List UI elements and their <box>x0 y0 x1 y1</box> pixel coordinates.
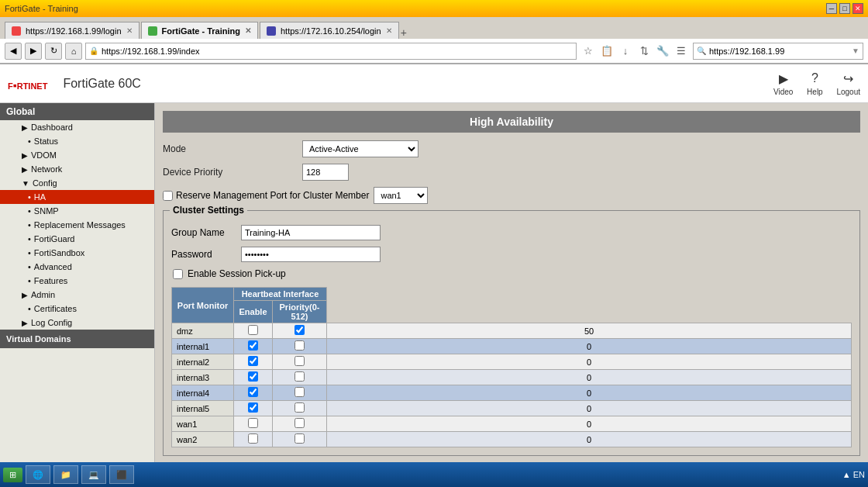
sidebar-item-fortiguard[interactable]: • FortiGuard <box>0 232 154 246</box>
sidebar-item-vdom[interactable]: ▶ VDOM <box>0 148 154 162</box>
tray-time: ▲ EN <box>842 470 865 479</box>
minimize-button[interactable]: ─ <box>826 3 837 14</box>
row-wan1-enable[interactable] <box>273 416 327 432</box>
sidebar-item-replacement-messages[interactable]: • Replacement Messages <box>0 218 154 232</box>
virtual-domains-label: Virtual Domains <box>6 334 71 344</box>
sync-icon[interactable]: ⇅ <box>636 43 653 60</box>
checkbox-port-monitor-internal1[interactable] <box>248 340 258 351</box>
extensions-icon[interactable]: 🔧 <box>654 43 671 60</box>
checkbox-port-monitor-internal3[interactable] <box>248 371 258 382</box>
sidebar-item-admin[interactable]: ▶ Admin <box>0 288 154 302</box>
checkbox-port-monitor-internal2[interactable] <box>248 356 258 366</box>
mode-select[interactable]: Active-Active Active-Passive Standalone <box>302 140 418 157</box>
video-action[interactable]: ▶ Video <box>773 71 793 96</box>
start-button[interactable]: ⊞ <box>3 468 22 482</box>
group-name-input[interactable] <box>241 225 381 240</box>
checkbox-port-monitor-dmz[interactable] <box>248 325 258 335</box>
tab-1-close[interactable]: ✕ <box>126 26 133 35</box>
sidebar-adv-label: Advanced <box>34 262 72 271</box>
home-button[interactable]: ⌂ <box>65 43 82 60</box>
taskbar-folder-icon[interactable]: 📁 <box>53 465 78 484</box>
device-priority-input[interactable]: 128 <box>302 164 349 181</box>
sidebar-item-features[interactable]: • Features <box>0 274 154 288</box>
row-internal4-port-monitor[interactable] <box>234 385 273 401</box>
row-internal1-enable[interactable] <box>273 339 327 354</box>
checkbox-port-monitor-wan1[interactable] <box>248 418 258 428</box>
row-internal2-label: internal2 <box>172 354 234 370</box>
cert-bullet: • <box>28 304 31 313</box>
reload-button[interactable]: ↻ <box>45 43 62 60</box>
table-row: internal40 <box>172 385 852 401</box>
sidebar-global-section[interactable]: Global <box>0 103 154 120</box>
reserve-mgmt-port-select[interactable]: wan1 wan2 <box>374 187 428 204</box>
row-dmz-port-monitor[interactable] <box>234 323 273 339</box>
sidebar-item-status[interactable]: • Status <box>0 134 154 148</box>
checkbox-port-monitor-internal5[interactable] <box>248 402 258 413</box>
back-button[interactable]: ◀ <box>5 43 22 60</box>
taskbar-browser-icon[interactable]: 🌐 <box>26 465 50 484</box>
row-internal3-port-monitor[interactable] <box>234 370 273 385</box>
new-tab-button[interactable]: + <box>401 26 407 39</box>
row-internal3-enable[interactable] <box>273 370 327 385</box>
enable-session-checkbox[interactable] <box>173 269 183 279</box>
row-wan1-port-monitor[interactable] <box>234 416 273 432</box>
sidebar-fs-label: FortiSandbox <box>34 248 84 257</box>
maximize-button[interactable]: □ <box>839 3 850 14</box>
sidebar-item-ha[interactable]: • HA <box>0 190 154 204</box>
checkbox-port-monitor-internal4[interactable] <box>248 387 258 397</box>
checkbox-port-monitor-wan2[interactable] <box>248 433 258 444</box>
checkbox-enable-internal3[interactable] <box>294 371 305 382</box>
row-internal2-enable[interactable] <box>273 354 327 370</box>
col-port-monitor-header: Port Monitor <box>172 288 234 323</box>
tab-1-favicon <box>12 26 21 36</box>
row-internal2-port-monitor[interactable] <box>234 354 273 370</box>
row-wan2-port-monitor[interactable] <box>234 432 273 447</box>
sidebar-item-log-config[interactable]: ▶ Log Config <box>0 316 154 330</box>
sidebar-item-advanced[interactable]: • Advanced <box>0 260 154 274</box>
table-row: internal20 <box>172 354 852 370</box>
checkbox-enable-wan1[interactable] <box>294 418 305 428</box>
checkbox-enable-wan2[interactable] <box>294 433 305 444</box>
bookmark-icon[interactable]: ☆ <box>580 43 597 60</box>
mode-row: Mode Active-Active Active-Passive Standa… <box>163 140 860 157</box>
checkbox-enable-dmz[interactable] <box>294 325 305 335</box>
taskbar-computer-icon[interactable]: 💻 <box>81 465 106 484</box>
row-internal1-port-monitor[interactable] <box>234 339 273 354</box>
table-row: wan20 <box>172 432 852 447</box>
fs-bullet: • <box>28 248 31 257</box>
row-dmz-enable[interactable] <box>273 323 327 339</box>
sidebar-item-fortisandbox[interactable]: • FortiSandbox <box>0 246 154 260</box>
cluster-settings-title: Cluster Settings <box>170 205 247 216</box>
url-input[interactable]: 🔒 https://192.168.1.99/index <box>85 43 577 60</box>
sidebar-item-dashboard[interactable]: ▶ Dashboard <box>0 120 154 134</box>
tab-3[interactable]: https://172.16.10.254/login ✕ <box>260 22 399 39</box>
download-icon[interactable]: ↓ <box>617 43 634 60</box>
row-wan2-enable[interactable] <box>273 432 327 447</box>
history-icon[interactable]: 📋 <box>598 43 615 60</box>
password-input[interactable] <box>241 247 381 262</box>
sidebar-item-config[interactable]: ▼ Config <box>0 176 154 190</box>
close-button[interactable]: ✕ <box>852 3 863 14</box>
taskbar-terminal-icon[interactable]: ⬛ <box>109 465 134 484</box>
tab-1[interactable]: https://192.168.1.99/login ✕ <box>5 22 140 39</box>
sidebar-item-certificates[interactable]: • Certificates <box>0 302 154 316</box>
menu-icon[interactable]: ☰ <box>673 43 690 60</box>
logout-action[interactable]: ↪ Logout <box>836 71 860 96</box>
reserve-mgmt-checkbox[interactable] <box>163 191 173 201</box>
row-internal5-enable[interactable] <box>273 401 327 416</box>
sidebar-item-network[interactable]: ▶ Network <box>0 162 154 176</box>
forward-button[interactable]: ▶ <box>25 43 42 60</box>
virtual-domains-footer[interactable]: Virtual Domains <box>0 330 154 348</box>
tab-3-close[interactable]: ✕ <box>386 26 392 35</box>
checkbox-enable-internal4[interactable] <box>294 387 305 397</box>
checkbox-enable-internal1[interactable] <box>294 340 305 351</box>
checkbox-enable-internal5[interactable] <box>294 402 305 413</box>
sidebar-item-snmp[interactable]: • SNMP <box>0 204 154 218</box>
checkbox-enable-internal2[interactable] <box>294 356 305 366</box>
row-internal5-port-monitor[interactable] <box>234 401 273 416</box>
tab-2-close[interactable]: ✕ <box>245 26 251 35</box>
help-action[interactable]: ? Help <box>805 71 824 96</box>
tab-2[interactable]: FortiGate - Training ✕ <box>141 22 258 39</box>
search-box[interactable]: 🔍 https://192.168.1.99 ▼ <box>693 43 863 60</box>
row-internal4-enable[interactable] <box>273 385 327 401</box>
